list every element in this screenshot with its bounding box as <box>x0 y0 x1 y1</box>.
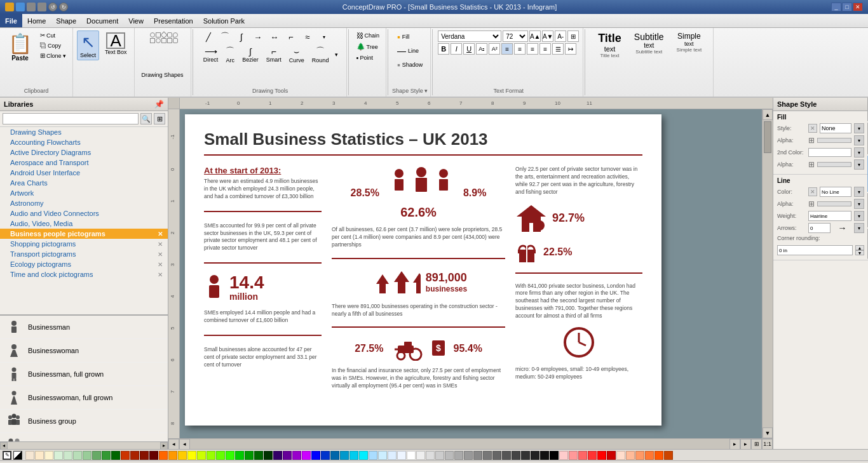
color-swatch[interactable] <box>435 451 444 460</box>
font-grow-button[interactable]: A▲ <box>529 30 541 42</box>
pic-business-group[interactable]: Business group <box>0 410 168 433</box>
h-scroll-pg-right[interactable]: ▸ <box>729 439 740 450</box>
fill-style-dropdown[interactable]: ▾ <box>854 123 864 133</box>
lib-area-charts[interactable]: Area Charts <box>0 178 168 188</box>
h-scroll-track[interactable] <box>190 439 729 449</box>
list-button[interactable]: ☰ <box>552 43 564 55</box>
underline-button[interactable]: U <box>463 43 475 55</box>
color-swatch[interactable] <box>54 451 63 460</box>
color-swatch[interactable] <box>149 451 158 460</box>
align-left-button[interactable]: ≡ <box>501 43 513 55</box>
color-swatch[interactable] <box>102 451 111 460</box>
libraries-pin[interactable]: 📌 <box>154 100 164 109</box>
smart-button[interactable]: ⌐ Smart <box>264 45 284 64</box>
color-swatch[interactable] <box>512 451 520 460</box>
menu-file[interactable]: File <box>0 14 22 27</box>
dt-curve[interactable]: ∫ <box>234 30 249 43</box>
color-swatch[interactable] <box>64 451 72 460</box>
palette-edit-btn[interactable]: ✎ <box>3 451 11 460</box>
color-swatch[interactable] <box>397 451 406 460</box>
indent-button[interactable]: ↦ <box>565 43 576 55</box>
color-swatch[interactable] <box>597 451 606 460</box>
color-swatch[interactable] <box>283 451 292 460</box>
cut-button[interactable]: ✂ Cut <box>37 30 69 40</box>
lib-transport[interactable]: Transport pictograms ✕ <box>0 249 168 259</box>
font-family-select[interactable]: Verdana <box>438 30 501 42</box>
lib-drawing-shapes[interactable]: Drawing Shapes <box>0 127 168 137</box>
color-swatch[interactable] <box>168 451 177 460</box>
color-swatch[interactable] <box>626 451 635 460</box>
fill-alpha2-right[interactable]: ▾ <box>854 159 864 170</box>
pic-businessman-full[interactable]: Businessman, full grown <box>0 363 168 386</box>
lib-scrollbar[interactable]: ◂ ▸ <box>0 441 168 449</box>
color-swatch[interactable] <box>159 451 168 460</box>
win-controls[interactable]: _ □ ✕ <box>831 3 863 11</box>
lib-ecology[interactable]: Ecology pictograms ✕ <box>0 259 168 269</box>
clone-button[interactable]: ⊞ Clone ▾ <box>37 51 69 60</box>
menu-presentation[interactable]: Presentation <box>149 14 198 27</box>
color-swatch[interactable] <box>321 451 330 460</box>
actual-size-btn[interactable]: 1:1 <box>762 439 773 450</box>
font-shrink-button[interactable]: A▼ <box>542 30 553 42</box>
color-swatch[interactable] <box>235 451 244 460</box>
h-scroll-right-btn[interactable]: ▸ <box>740 439 751 450</box>
color-swatch[interactable] <box>388 451 397 460</box>
color-swatch[interactable] <box>311 451 320 460</box>
font-format-button[interactable]: ⊞ <box>567 30 579 42</box>
bezier-button[interactable]: ∫ Bezier <box>240 45 261 64</box>
lib-android[interactable]: Android User Interface <box>0 168 168 178</box>
lib-audio-video-media[interactable]: Audio, Video, Media <box>0 218 168 229</box>
subscript-button[interactable]: A₂ <box>476 43 487 55</box>
arc-button[interactable]: ⌒ Arc <box>223 44 237 65</box>
justify-button[interactable]: ≡ <box>539 43 551 55</box>
menu-solutionpark[interactable]: Solution Park <box>198 14 250 27</box>
color-swatch[interactable] <box>378 451 387 460</box>
color-swatch[interactable] <box>426 451 435 460</box>
color-swatch[interactable] <box>207 451 215 460</box>
color-swatch[interactable] <box>664 451 673 460</box>
curve-button[interactable]: ⌣ Curve <box>287 45 307 65</box>
color-swatch[interactable] <box>502 451 511 460</box>
menu-view[interactable]: View <box>123 14 149 27</box>
libraries-search-input[interactable] <box>3 113 139 124</box>
pic-businesswoman-full[interactable]: Businesswoman, full grown <box>0 386 168 410</box>
color-swatch[interactable] <box>216 451 225 460</box>
fill-button[interactable]: ▪ Fill <box>395 30 426 43</box>
fill-alpha2-slider[interactable] <box>817 162 851 167</box>
color-swatch[interactable] <box>635 451 644 460</box>
chain-button[interactable]: ⛓ Chain <box>354 30 383 41</box>
fill-2ndcolor-dropdown[interactable]: ▾ <box>854 147 864 158</box>
lib-astronomy[interactable]: Astronomy <box>0 198 168 208</box>
menu-home[interactable]: Home <box>22 14 51 27</box>
scroll-down-btn[interactable]: ▼ <box>763 427 773 438</box>
line-arrows-control[interactable]: 0 <box>808 223 831 233</box>
v-scroll-thumb[interactable] <box>764 121 771 153</box>
font-size-select[interactable]: 72 <box>503 30 528 42</box>
line-alpha-slider[interactable] <box>817 201 851 206</box>
color-swatch[interactable] <box>483 451 492 460</box>
align-center-button[interactable]: ≡ <box>514 43 526 55</box>
connectors-more[interactable]: ▾ <box>334 50 339 59</box>
color-swatch[interactable] <box>654 451 663 460</box>
line-weight-dropdown[interactable]: ▾ <box>854 211 864 221</box>
dt-arc[interactable]: ⌒ <box>217 30 233 43</box>
fit-view-btn[interactable]: ⊞ <box>751 439 762 450</box>
color-swatch[interactable] <box>550 451 559 460</box>
lib-accounting[interactable]: Accounting Flowcharts <box>0 137 168 147</box>
grid-view-icon[interactable]: ⊞ <box>154 113 165 124</box>
lib-business-people[interactable]: Business people pictograms ✕ <box>0 229 168 239</box>
color-swatch[interactable] <box>83 451 92 460</box>
maximize-btn[interactable]: □ <box>842 3 852 11</box>
font-aa-button[interactable]: A- <box>555 30 566 42</box>
color-swatch[interactable] <box>35 451 44 460</box>
color-swatch[interactable] <box>445 451 454 460</box>
color-swatch[interactable] <box>473 451 482 460</box>
h-scroll-pg-left[interactable]: ◂ <box>179 439 190 450</box>
color-swatch[interactable] <box>559 451 568 460</box>
lib-transport-close[interactable]: ✕ <box>158 251 163 258</box>
color-swatch[interactable] <box>178 451 187 460</box>
fill-alpha-right[interactable]: ▾ <box>854 135 864 145</box>
close-btn[interactable]: ✕ <box>853 3 863 11</box>
color-swatch[interactable] <box>292 451 301 460</box>
color-swatch[interactable] <box>73 451 82 460</box>
